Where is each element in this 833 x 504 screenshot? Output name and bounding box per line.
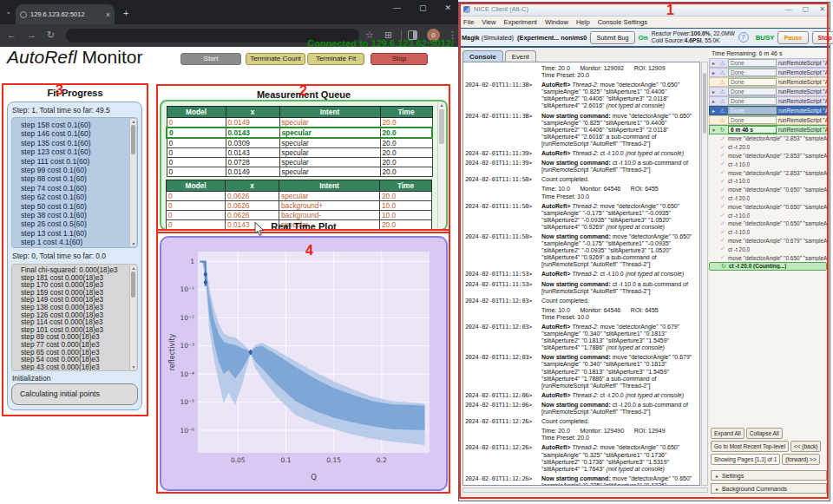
queue-subitem[interactable]: ✓ct -t 20.0 (709, 245, 829, 253)
console-vertical-scrollbar[interactable] (701, 62, 708, 486)
reload-icon[interactable]: ↻ (47, 29, 55, 41)
start-button[interactable]: Start (180, 53, 241, 65)
scrollbar[interactable]: ▲▼ (129, 119, 136, 246)
queue-row[interactable]: ▼↻6 m 46 srunRemoteScript "AutoRe (709, 125, 829, 134)
tab-close-icon[interactable]: × (106, 10, 110, 19)
page-back-button[interactable]: << (back) (790, 441, 821, 452)
console-message: Time: 20.0 Monitor: 129092 ROI: 12909 Ti… (541, 65, 698, 79)
forward-icon[interactable]: → (27, 29, 36, 40)
queue-row[interactable]: ►⚠DonerunRemoteScript "AutoRe (709, 58, 829, 68)
queue-subitem[interactable]: ✓move "detectorAngle" "0.650" "sampleAng… (709, 186, 829, 194)
nice-title-bar[interactable]: NICE Client (Alt-C) — ▢ ✕ (459, 3, 830, 16)
expand-all-button[interactable]: Expand All (711, 428, 744, 439)
nice-stop-button[interactable]: Stop (812, 31, 833, 44)
busy-indicator: BUSY (756, 34, 775, 42)
queue-row[interactable]: ►⚠DonerunRemoteScript "AutoRe (709, 106, 829, 115)
terminate-fit-button[interactable]: Terminate Fit (307, 53, 364, 65)
expand-icon[interactable]: ► (711, 108, 717, 114)
nice-app-icon (463, 6, 470, 13)
init-status-button[interactable]: Calculating initial points (11, 383, 138, 405)
expand-icon[interactable]: ► (711, 89, 717, 95)
queue-row[interactable]: ⚠DonerunRemoteScript "AutoRe (709, 115, 829, 125)
scrollbar[interactable]: ▲▼ (129, 265, 136, 370)
scrollbar[interactable]: ▲ (437, 102, 445, 228)
stop-button[interactable]: Stop (371, 53, 428, 65)
subitem-command-text: ct -t 20.0 (728, 195, 750, 201)
submit-bug-button[interactable]: Submit Bug (590, 31, 634, 44)
console-message: Now starting command: ct -t 20.0 a sub-c… (541, 402, 698, 416)
browser-maximize-button[interactable]: ▢ (419, 3, 427, 12)
tab-console[interactable]: Console (462, 50, 503, 62)
console-horizontal-scrollbar[interactable] (462, 488, 708, 493)
queue-subitem[interactable]: ✓move "detectorAngle" "0.650" "sampleAng… (709, 202, 829, 211)
menu-window[interactable]: Window (545, 18, 568, 26)
fit-step-item: step 88 cost 0.1(60) (21, 174, 137, 183)
tab-search-chevron-icon[interactable]: ⌄ (5, 7, 12, 16)
queue-subitem[interactable]: ✓move "detectorAngle" "2.853" "sampleAng… (709, 168, 829, 177)
console-message: Count completed. (541, 418, 698, 425)
nice-maximize-button[interactable]: ▢ (803, 5, 810, 13)
menu-help[interactable]: Help (576, 18, 590, 26)
queue-subitem[interactable]: ✓ct -t 10.0 (709, 160, 829, 168)
queue-subitem[interactable]: ✓move "detectorAngle" "2.853" "sampleAng… (709, 134, 829, 143)
check-icon: ✓ (720, 229, 725, 236)
queue-row[interactable]: ►⚠DonerunRemoteScript "AutoRe (709, 96, 829, 106)
pause-button[interactable]: Pause (777, 31, 808, 44)
queue-subitem[interactable]: ↻ct -t 20.0 (Counting...) (709, 262, 827, 271)
menu-experiment[interactable]: Experiment (504, 18, 537, 26)
terminate-count-button[interactable]: Terminate Count (246, 53, 305, 65)
menu-file[interactable]: File (463, 18, 474, 26)
back-icon[interactable]: ← (7, 29, 16, 40)
settings-accordion[interactable]: ►Settings (711, 470, 827, 481)
browser-close-button[interactable]: ✕ (444, 3, 451, 12)
go-most-recent-button[interactable]: Go to Most Recent Top-level (711, 441, 789, 452)
queue-subitem[interactable]: ✓ct -t 20.0 (709, 194, 829, 203)
command-queue-panel: Time Remaining: 6 m 46 s ►⚠DonerunRemote… (709, 48, 829, 500)
background-commands-accordion[interactable]: ►Background Commands (711, 483, 827, 494)
new-tab-button[interactable]: + (123, 8, 128, 18)
console-entry: 2024-02-01T11:12:26>Count completed. (465, 418, 698, 425)
nice-minimize-button[interactable]: — (785, 5, 792, 13)
queue-subitem[interactable]: ✓ct -t 20.0 (709, 143, 829, 152)
menu-view[interactable]: View (482, 18, 495, 26)
subitem-command-text: move "detectorAngle" "0.650" "sampleAngl… (728, 220, 829, 226)
fit-step1-list[interactable]: ▲▼ step 158 cost 0.1(60)step 146 cost 0.… (11, 117, 138, 248)
fit-step-item: step 158 cost 0.1(60) (21, 121, 137, 129)
queue-row[interactable]: ►⚠DonerunRemoteScript "AutoRe (709, 68, 829, 77)
expand-icon[interactable]: ► (711, 99, 717, 104)
warning-icon: ⚠ (718, 117, 726, 124)
queue-row[interactable]: ►⚠DonerunRemoteScript "AutoRe (709, 87, 829, 96)
queue-command-text: runRemoteScript "AutoRe (778, 108, 828, 114)
svg-text:0.15: 0.15 (326, 456, 341, 464)
queue-subitem[interactable]: ✓ct -t 10.0 (709, 228, 829, 237)
column-header: Intent (279, 180, 380, 192)
subitem-command-text: move "detectorAngle" "2.853" "sampleAngl… (728, 170, 829, 176)
console-timestamp: 2024-02-01T11:11:39> (465, 150, 541, 157)
collapse-all-button[interactable]: Collapse All (746, 428, 783, 439)
measurement-row: 00.0309specular20.0 (167, 138, 432, 148)
nice-close-button[interactable]: ✕ (819, 5, 825, 13)
queue-subitem[interactable]: ✓move "detectorAngle" "0.650" "sampleAng… (709, 253, 829, 262)
fit-step0-list[interactable]: ▲▼ Final chi-squared: 0.000(18)e3step 18… (11, 264, 138, 371)
queue-subitem[interactable]: ✓ct -t 10.0 (709, 211, 829, 219)
queue-subitem[interactable]: ✓ct -t 10.0 (709, 177, 829, 186)
queue-subitem[interactable]: ✓move "detectorAngle" "0.650" "sampleAng… (709, 219, 829, 228)
expand-icon[interactable]: ► (711, 70, 717, 75)
queue-subitem[interactable]: ✓move "detectorAngle" "2.853" "sampleAng… (709, 152, 829, 160)
tab-event[interactable]: Event (505, 50, 536, 62)
expand-icon[interactable]: ► (711, 61, 717, 66)
on-indicator: On (639, 34, 648, 42)
page-forward-button[interactable]: (forward) >> (782, 454, 819, 465)
help-icon[interactable]: ? (738, 32, 749, 43)
console-timestamp: 2024-02-01T11:12:26> (465, 418, 541, 425)
spinner-icon: ↻ (721, 263, 726, 270)
browser-tab[interactable]: 129.6.123.62:5012 × (16, 4, 115, 24)
queue-row[interactable]: ⚠DonerunRemoteScript "AutoRe (709, 77, 829, 87)
console-timestamp: 2024-02-01T11:12:03> (465, 354, 541, 389)
browser-minimize-button[interactable]: — (393, 3, 401, 12)
console-log[interactable]: Time: 20.0 Monitor: 129092 ROI: 12909 Ti… (462, 62, 700, 486)
menu-console-settings[interactable]: Console Settings (598, 18, 647, 26)
subitem-command-text: move "detectorAngle" "0.650" "sampleAngl… (728, 204, 829, 210)
collapse-icon[interactable]: ▼ (711, 128, 717, 133)
queue-subitem[interactable]: ✓move "detectorAngle" "0.679" "sampleAng… (709, 237, 829, 245)
